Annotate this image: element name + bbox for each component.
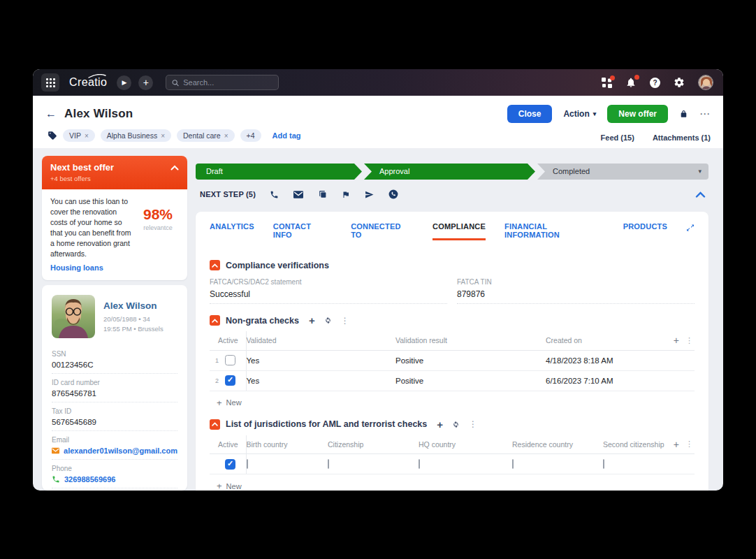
add-column-button[interactable]: + bbox=[674, 335, 679, 346]
field-label: SSN bbox=[52, 350, 177, 358]
copy-button[interactable] bbox=[318, 190, 327, 199]
add-record-button[interactable]: + bbox=[309, 315, 315, 326]
field-value[interactable]: 5676545689 bbox=[52, 418, 177, 426]
email-link[interactable]: alexander01wilson@gmail.com bbox=[64, 447, 177, 455]
tags-overflow-pill[interactable]: +4 bbox=[240, 129, 261, 142]
cell-validation-result[interactable]: Positive bbox=[395, 370, 546, 391]
add-column-button[interactable]: + bbox=[674, 439, 679, 450]
field-value[interactable]: 8765456781 bbox=[52, 389, 177, 398]
notification-dot bbox=[634, 75, 639, 80]
column-header-second-citizenship[interactable]: Second citizenship bbox=[603, 435, 665, 454]
residence-country-checkbox[interactable] bbox=[512, 459, 514, 469]
settings-button[interactable] bbox=[674, 77, 685, 88]
field-value[interactable]: 879876 bbox=[457, 289, 695, 304]
global-search[interactable] bbox=[166, 75, 279, 90]
column-header-birth-country[interactable]: Birth country bbox=[246, 435, 328, 454]
tab-contact-info[interactable]: CONTACT INFO bbox=[273, 222, 332, 249]
stage-draft[interactable]: Draft bbox=[196, 164, 362, 180]
flag-button[interactable] bbox=[342, 190, 350, 199]
column-header-validation-result[interactable]: Validation result bbox=[395, 331, 546, 350]
citizenship-checkbox[interactable] bbox=[328, 459, 329, 469]
hq-country-checkbox[interactable] bbox=[419, 459, 420, 469]
lock-icon[interactable] bbox=[679, 110, 688, 119]
user-avatar[interactable] bbox=[698, 75, 713, 90]
phone-link[interactable]: 326988569696 bbox=[64, 475, 115, 484]
remove-tag-icon[interactable]: × bbox=[161, 132, 165, 140]
chevron-up-icon[interactable] bbox=[170, 165, 179, 170]
cell-validation-result[interactable]: Positive bbox=[395, 350, 546, 370]
table-row[interactable]: 1 Yes Positive 4/18/2023 8:18 AM bbox=[210, 350, 695, 370]
tag-pill[interactable]: VIP× bbox=[63, 129, 95, 142]
column-header-active[interactable]: Active bbox=[210, 331, 246, 350]
active-checkbox[interactable] bbox=[225, 459, 235, 470]
whatsapp-button[interactable] bbox=[388, 189, 398, 199]
field-value[interactable]: Successful bbox=[210, 289, 447, 304]
telegram-button[interactable] bbox=[365, 190, 374, 199]
column-header-created-on[interactable]: Created on bbox=[546, 331, 665, 350]
search-input[interactable] bbox=[183, 78, 272, 87]
help-button[interactable]: ? bbox=[650, 78, 660, 88]
remove-tag-icon[interactable]: × bbox=[224, 132, 228, 140]
table-row[interactable]: 2 Yes Positive 6/16/2023 7:10 AM bbox=[210, 370, 695, 391]
column-header-hq-country[interactable]: HQ country bbox=[419, 435, 512, 454]
collapse-panel-button[interactable] bbox=[695, 191, 706, 198]
field-value[interactable]: 00123456C bbox=[52, 361, 177, 369]
table-row[interactable] bbox=[210, 454, 695, 474]
contact-name: Alex Wilson bbox=[103, 300, 163, 311]
column-header-active[interactable]: Active bbox=[210, 435, 246, 454]
column-header-validated[interactable]: Validated bbox=[246, 331, 395, 350]
collapse-section-icon[interactable] bbox=[210, 419, 220, 430]
collapse-section-icon[interactable] bbox=[210, 315, 220, 326]
action-dropdown[interactable]: Action ▾ bbox=[563, 109, 596, 119]
add-tag-button[interactable]: Add tag bbox=[272, 131, 301, 140]
cell-validated[interactable]: Yes bbox=[246, 370, 395, 391]
expand-fullscreen-button[interactable] bbox=[686, 222, 695, 232]
active-checkbox[interactable] bbox=[225, 355, 235, 365]
cell-created-on[interactable]: 6/16/2023 7:10 AM bbox=[546, 370, 665, 391]
contact-photo[interactable] bbox=[52, 295, 95, 338]
section-menu-button[interactable]: ⋮ bbox=[469, 419, 477, 429]
tab-financial-information[interactable]: FINANCIAL INFORMATION bbox=[504, 222, 604, 249]
grid-menu-button[interactable]: ⋮ bbox=[685, 440, 693, 449]
tab-products[interactable]: PRODUCTS bbox=[623, 222, 667, 240]
close-button[interactable]: Close bbox=[507, 105, 553, 123]
tab-compliance[interactable]: COMPLIANCE bbox=[432, 222, 486, 240]
call-button[interactable] bbox=[270, 190, 279, 199]
run-process-button[interactable]: ▶ bbox=[117, 75, 131, 90]
stage-completed[interactable]: Completed ▾ bbox=[537, 164, 708, 180]
cell-validated[interactable]: Yes bbox=[246, 350, 395, 370]
birth-country-checkbox[interactable] bbox=[247, 459, 248, 469]
add-record-button[interactable]: + bbox=[437, 419, 443, 430]
cell-created-on[interactable]: 4/18/2023 8:18 AM bbox=[546, 350, 665, 370]
remove-tag-icon[interactable]: × bbox=[85, 132, 89, 140]
offer-link[interactable]: Housing loans bbox=[50, 263, 133, 272]
more-options-button[interactable]: ⋯ bbox=[699, 108, 711, 120]
stage-approval[interactable]: Approval bbox=[364, 164, 535, 180]
new-offer-button[interactable]: New offer bbox=[607, 105, 668, 123]
attachments-link[interactable]: Attachments (1) bbox=[653, 133, 711, 142]
refresh-icon[interactable] bbox=[324, 316, 333, 325]
email-button[interactable] bbox=[293, 191, 303, 198]
new-record-button[interactable]: + New bbox=[217, 481, 695, 491]
new-record-button[interactable]: + New bbox=[217, 398, 695, 408]
tag-pill[interactable]: Dental care× bbox=[177, 129, 235, 142]
workplaces-button[interactable] bbox=[602, 78, 612, 88]
tab-connected-to[interactable]: CONNECTED TO bbox=[351, 222, 414, 249]
section-menu-button[interactable]: ⋮ bbox=[341, 316, 349, 326]
quick-add-button[interactable]: + bbox=[138, 75, 153, 90]
refresh-icon[interactable] bbox=[451, 420, 460, 429]
feed-link[interactable]: Feed (15) bbox=[601, 133, 634, 142]
caret-down-icon[interactable]: ▾ bbox=[698, 164, 702, 180]
active-checkbox[interactable] bbox=[225, 375, 235, 386]
tab-analytics[interactable]: ANALYTICS bbox=[210, 222, 254, 240]
notifications-button[interactable] bbox=[625, 77, 637, 88]
column-header-residence-country[interactable]: Residence country bbox=[512, 435, 603, 454]
column-header-citizenship[interactable]: Citizenship bbox=[328, 435, 419, 454]
non-grata-table: Active Validated Validation result Creat… bbox=[210, 331, 695, 391]
back-button[interactable]: ← bbox=[45, 108, 57, 120]
app-menu-button[interactable] bbox=[41, 73, 59, 92]
second-citizenship-checkbox[interactable] bbox=[603, 459, 604, 469]
tag-pill[interactable]: Alpha Business× bbox=[101, 129, 171, 142]
grid-menu-button[interactable]: ⋮ bbox=[685, 336, 693, 345]
collapse-section-icon[interactable] bbox=[210, 260, 220, 270]
